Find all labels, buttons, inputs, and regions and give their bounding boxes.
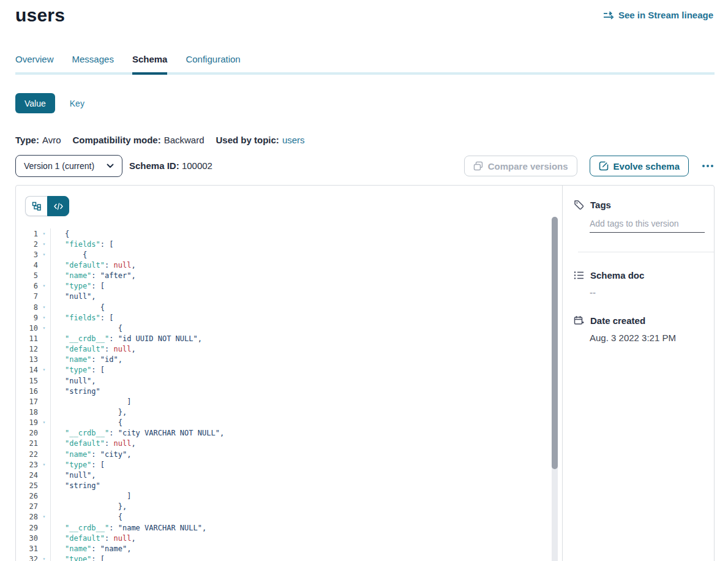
code-lines: 1▾{2▾ "fields": [3▾ {4 "default": null,5… [16, 228, 549, 561]
line-number: 29 [16, 524, 38, 532]
line-number: 31 [16, 544, 38, 553]
code-line-text: { [50, 228, 69, 239]
fold-toggle-icon[interactable]: ▾ [38, 557, 50, 561]
code-line: 23▾ "type": [ [16, 459, 549, 470]
tab-schema[interactable]: Schema [132, 54, 168, 75]
tag-icon [574, 200, 584, 210]
tags-title: Tags [590, 200, 611, 210]
list-icon [574, 271, 584, 280]
compare-icon [473, 161, 483, 171]
sidebar-divider [578, 252, 715, 252]
schema-sidebar: Tags Schema doc -- [562, 186, 714, 561]
code-line: 10▾ { [16, 323, 549, 333]
schema-doc-value: -- [590, 287, 704, 298]
evolve-schema-button[interactable]: Evolve schema [590, 156, 689, 176]
line-number: 21 [16, 439, 38, 448]
line-number: 2 [16, 240, 38, 249]
add-tags-input[interactable] [590, 217, 705, 233]
date-created-heading: Date created [574, 315, 704, 326]
version-select[interactable]: Version 1 (current) [15, 155, 122, 177]
editor-scrollbar-thumb[interactable] [552, 217, 558, 469]
code-line-text: { [50, 418, 122, 428]
code-line: 26 ] [16, 491, 549, 502]
code-line: 1▾{ [16, 228, 549, 239]
code-line-text: "fields": [ [50, 312, 113, 323]
topic-link[interactable]: users [282, 135, 305, 145]
code-line: 8▾ { [16, 302, 549, 312]
line-number: 7 [16, 292, 38, 301]
fold-toggle-icon[interactable]: ▾ [38, 232, 50, 236]
line-number: 22 [16, 450, 38, 459]
line-number: 24 [16, 471, 38, 480]
code-line-text: "default": null, [50, 344, 136, 355]
controls-row: Version 1 (current) Schema ID: 100002 Co… [15, 155, 715, 177]
tab-overview[interactable]: Overview [15, 54, 54, 72]
fold-toggle-icon[interactable]: ▾ [38, 326, 50, 331]
code-line: 28▾ { [16, 512, 549, 522]
schema-id-value: 100002 [182, 160, 212, 171]
code-line-text: "__crdb__": "id UUID NOT NULL", [50, 333, 202, 344]
code-line-text: "name": "city", [50, 449, 131, 459]
code-line-text: "string" [50, 386, 100, 396]
line-number: 23 [16, 461, 38, 469]
code-line: 12 "default": null, [16, 344, 549, 355]
line-number: 1 [16, 230, 38, 238]
fold-toggle-icon[interactable]: ▾ [38, 420, 50, 425]
compare-versions-button[interactable]: Compare versions [464, 156, 577, 176]
date-created-title: Date created [590, 315, 645, 326]
value-toggle-button[interactable]: Value [15, 93, 55, 113]
fold-toggle-icon[interactable]: ▾ [38, 305, 50, 310]
tabs-wrap: OverviewMessagesSchemaConfiguration [15, 54, 715, 75]
code-line: 3▾ { [16, 249, 549, 260]
code-line-text: ] [50, 396, 131, 407]
code-line-text: "default": null, [50, 439, 136, 449]
code-line: 25 "string" [16, 480, 549, 491]
see-in-stream-lineage-link[interactable]: See in Stream lineage [603, 10, 713, 20]
tab-configuration[interactable]: Configuration [186, 54, 240, 72]
code-line: 9▾ "fields": [ [16, 312, 549, 323]
line-number: 10 [16, 324, 38, 333]
code-line-text: "type": [ [50, 365, 105, 375]
tags-section-heading: Tags [574, 200, 704, 210]
code-line: 21 "default": null, [16, 439, 549, 449]
code-line-text: "null", [50, 375, 96, 386]
code-line-text: { [50, 512, 122, 522]
fold-toggle-icon[interactable]: ▾ [38, 315, 50, 320]
line-number: 28 [16, 513, 38, 521]
fold-toggle-icon[interactable]: ▾ [38, 367, 50, 372]
schema-meta-row: Type: Avro Compatibility mode: Backward … [15, 135, 305, 145]
line-number: 18 [16, 408, 38, 416]
fold-toggle-icon[interactable]: ▾ [38, 462, 50, 467]
code-line: 32▾ "type": [ [16, 554, 549, 561]
key-toggle-link[interactable]: Key [70, 99, 84, 108]
tree-view-icon [32, 201, 42, 211]
line-number: 5 [16, 271, 38, 280]
tab-messages[interactable]: Messages [72, 54, 114, 72]
line-number: 20 [16, 429, 38, 437]
edit-icon [599, 161, 609, 171]
fold-toggle-icon[interactable]: ▾ [38, 284, 50, 288]
schema-editor-pane: 1▾{2▾ "fields": [3▾ {4 "default": null,5… [16, 186, 562, 561]
schema-doc-title: Schema doc [590, 270, 644, 280]
page-title: users [15, 5, 65, 26]
line-number: 19 [16, 418, 38, 427]
code-view-button[interactable] [47, 196, 69, 216]
fold-toggle-icon[interactable]: ▾ [38, 514, 50, 519]
more-options-button[interactable] [701, 162, 715, 170]
line-number: 15 [16, 377, 38, 385]
code-line-text: "default": null, [50, 533, 136, 543]
fold-toggle-icon[interactable]: ▾ [38, 242, 50, 247]
tree-view-button[interactable] [25, 196, 47, 216]
code-line-text: { [50, 323, 122, 333]
line-number: 13 [16, 355, 38, 364]
code-line-text: { [50, 249, 87, 260]
code-line-text: { [50, 302, 105, 312]
line-number: 9 [16, 314, 38, 322]
schema-id-label: Schema ID: [129, 160, 179, 171]
code-line: 18 }, [16, 407, 549, 417]
code-line-text: "__crdb__": "name VARCHAR NULL", [50, 522, 206, 533]
code-line-text: ] [50, 491, 131, 502]
code-line: 14▾ "type": [ [16, 365, 549, 375]
code-line-text: "default": null, [50, 260, 136, 270]
fold-toggle-icon[interactable]: ▾ [38, 252, 50, 257]
